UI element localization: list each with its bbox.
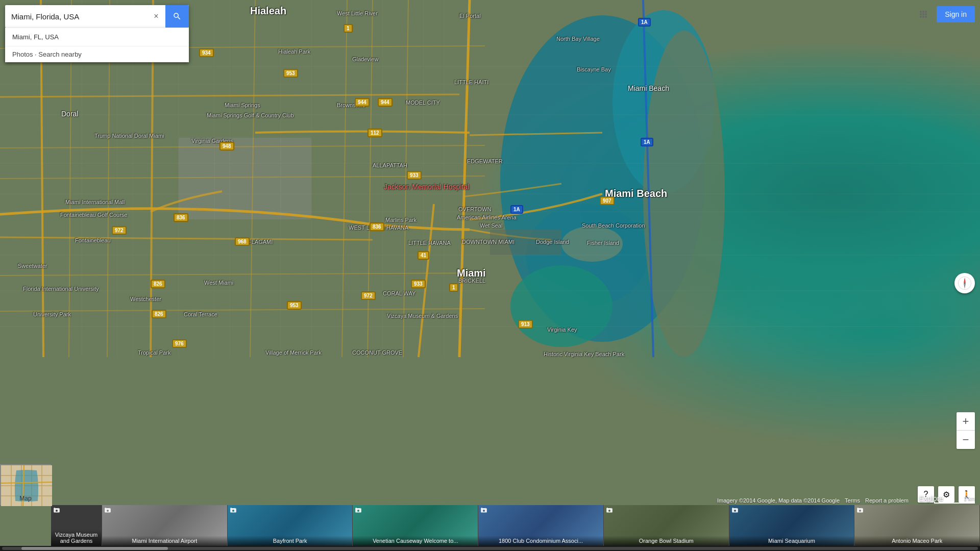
photo-strip: Vizcaya Museum and GardensMiami Internat… — [51, 505, 980, 546]
terms-link[interactable]: Terms — [845, 497, 860, 504]
camera-icon — [53, 507, 60, 516]
report-link[interactable]: Report a problem — [865, 497, 909, 504]
map-thumbnail[interactable]: Map — [0, 464, 51, 505]
scroll-thumb[interactable] — [21, 547, 168, 550]
camera-icon — [480, 507, 487, 516]
map-thumbnail-label: Map — [1, 495, 50, 502]
scale-bar: 1 km — [934, 496, 975, 504]
dropdown-miami-fl[interactable]: Miami, FL, USA — [5, 28, 189, 46]
search-dropdown: Miami, FL, USA Photos · Search nearby — [5, 28, 189, 62]
apps-button[interactable] — [914, 5, 933, 23]
camera-icon — [230, 507, 237, 516]
scale-line — [934, 502, 975, 504]
photo-strip-label: Miami International Airport — [102, 536, 227, 546]
photo-strip-item-seaquarium[interactable]: Miami Seaquarium — [729, 505, 855, 546]
photo-strip-item-airport[interactable]: Miami International Airport — [102, 505, 228, 546]
apps-grid-icon — [918, 9, 928, 19]
camera-icon — [606, 507, 613, 516]
camera-icon — [104, 507, 111, 516]
map-container: HialeahWest Little RiverEl PortalNorth B… — [0, 0, 980, 551]
map-background — [0, 0, 980, 551]
clear-button[interactable]: × — [147, 7, 165, 26]
scroll-track[interactable] — [2, 547, 978, 550]
photo-strip-item-orangebowl[interactable]: Orange Bowl Stadium — [604, 505, 729, 546]
photo-strip-item-antonio[interactable]: Antonio Maceo Park — [854, 505, 980, 546]
zoom-out-button[interactable]: − — [957, 431, 975, 449]
photo-strip-label: Antonio Maceo Park — [854, 536, 979, 546]
compass-button[interactable] — [954, 273, 975, 293]
scrollbar-strip — [0, 546, 980, 551]
photo-strip-label: Miami Seaquarium — [729, 536, 854, 546]
search-bar: × — [5, 5, 189, 28]
camera-icon — [856, 507, 864, 516]
zoom-in-button[interactable]: + — [957, 412, 975, 431]
photo-strip-label: Vizcaya Museum and Gardens — [51, 530, 102, 546]
zoom-controls: + − — [957, 412, 975, 449]
compass-icon — [958, 276, 972, 290]
search-input[interactable] — [5, 7, 147, 26]
search-panel: × Miami, FL, USA Photos · Search nearby — [5, 5, 189, 62]
camera-icon — [731, 507, 739, 516]
search-icon — [173, 12, 182, 21]
search-button[interactable] — [165, 5, 189, 28]
svg-point-50 — [964, 283, 966, 284]
photo-strip-item-venetian[interactable]: Venetian Causeway Welcome to... — [353, 505, 478, 546]
photo-strip-item-vizcaya[interactable]: Vizcaya Museum and Gardens — [51, 505, 102, 546]
photo-strip-label: 1800 Club Condominium Associ... — [478, 536, 603, 546]
scale-label: 1 km — [964, 496, 975, 502]
photo-strip-label: Orange Bowl Stadium — [604, 536, 729, 546]
imagery-credit: Imagery ©2014 Google, Map data ©2014 Goo… — [717, 497, 840, 504]
photo-strip-item-1800club[interactable]: 1800 Club Condominium Associ... — [478, 505, 604, 546]
photo-strip-item-bayfront[interactable]: Bayfront Park — [228, 505, 353, 546]
top-right-controls: Sign in — [914, 5, 975, 23]
sign-in-button[interactable]: Sign in — [937, 6, 975, 22]
dropdown-photos-nearby[interactable]: Photos · Search nearby — [5, 46, 189, 62]
photo-strip-label: Bayfront Park — [228, 536, 353, 546]
photo-strip-label: Venetian Causeway Welcome to... — [353, 536, 478, 546]
camera-icon — [355, 507, 362, 516]
footer-text: Imagery ©2014 Google, Map data ©2014 Goo… — [717, 497, 909, 504]
